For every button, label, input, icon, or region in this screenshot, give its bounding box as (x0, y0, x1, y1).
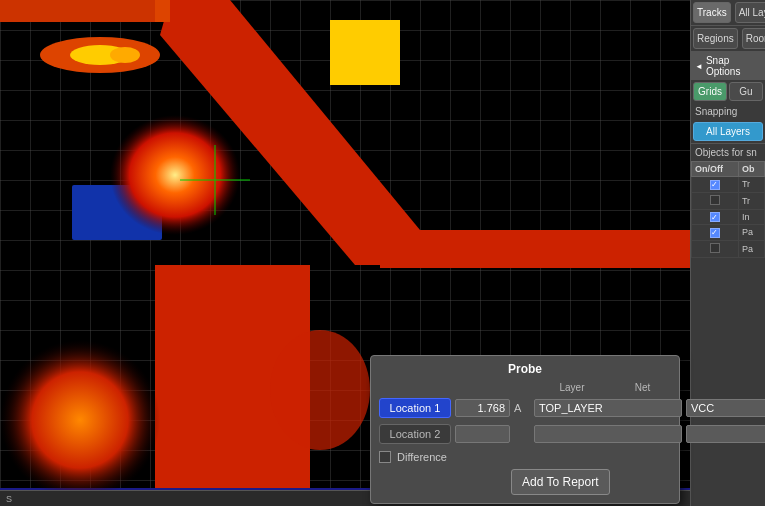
objects-checkbox-4[interactable] (692, 240, 739, 257)
difference-checkbox[interactable] (379, 451, 391, 463)
tab-rooms[interactable]: Rooms (742, 28, 765, 49)
svg-rect-7 (0, 0, 155, 22)
objects-label-1: Tr (738, 192, 764, 209)
svg-rect-13 (330, 20, 400, 85)
status-text: S (6, 494, 12, 504)
svg-point-10 (110, 115, 240, 235)
tab-tracks[interactable]: Tracks (693, 2, 731, 23)
location1-net-input[interactable] (686, 399, 765, 417)
snap-options-header: Snap Options (691, 52, 765, 80)
col-ob: Ob (738, 162, 764, 177)
location2-value-input[interactable] (455, 425, 510, 443)
location2-net-input[interactable] (686, 425, 765, 443)
location1-button[interactable]: Location 1 (379, 398, 451, 418)
objects-checkbox-0[interactable]: ✓ (692, 177, 739, 193)
gu-button[interactable]: Gu (729, 82, 763, 101)
objects-label-4: Pa (738, 240, 764, 257)
objects-table: On/Off Ob ✓TrTr✓In✓PaPa (691, 161, 765, 258)
objects-row-4: Pa (692, 240, 765, 257)
location1-layer-input[interactable] (534, 399, 682, 417)
objects-label-0: Tr (738, 177, 764, 193)
objects-label-3: Pa (738, 225, 764, 241)
top-tab-row: Tracks All Layers (691, 0, 765, 26)
objects-row-1: Tr (692, 192, 765, 209)
location2-button[interactable]: Location 2 (379, 424, 451, 444)
tab-regions[interactable]: Regions (693, 28, 738, 49)
objects-label-2: In (738, 209, 764, 225)
objects-checkbox-1[interactable] (692, 192, 739, 209)
objects-checkbox-3[interactable]: ✓ (692, 225, 739, 241)
grids-row: Grids Gu (691, 80, 765, 103)
layer-col-header: Layer (534, 382, 610, 393)
objects-header: Objects for sn (691, 143, 765, 161)
grids-button[interactable]: Grids (693, 82, 727, 101)
location1-value-input[interactable] (455, 399, 510, 417)
location1-row: Location 1 A (371, 395, 679, 421)
second-tab-row: Regions Rooms (691, 26, 765, 52)
svg-point-16 (270, 330, 370, 450)
probe-title: Probe (371, 356, 679, 380)
probe-header-row: Layer Net (371, 380, 679, 395)
svg-point-15 (0, 340, 160, 500)
objects-checkbox-2[interactable]: ✓ (692, 209, 739, 225)
svg-rect-1 (380, 230, 690, 268)
difference-label: Difference (397, 451, 447, 463)
net-col-header: Net (614, 382, 671, 393)
objects-row-2: ✓In (692, 209, 765, 225)
location2-layer-input[interactable] (534, 425, 682, 443)
location1-unit: A (514, 402, 530, 414)
objects-row-3: ✓Pa (692, 225, 765, 241)
all-layers-button[interactable]: All Layers (693, 122, 763, 141)
objects-row-0: ✓Tr (692, 177, 765, 193)
tab-all-layers[interactable]: All Layers (735, 2, 765, 23)
probe-dialog: Probe Layer Net Location 1 A Location 2 … (370, 355, 680, 504)
snapping-label: Snapping (691, 103, 765, 120)
col-on-off: On/Off (692, 162, 739, 177)
difference-row: Difference (371, 447, 679, 467)
add-to-report-button[interactable]: Add To Report (511, 469, 610, 495)
location2-row: Location 2 (371, 421, 679, 447)
svg-point-5 (110, 47, 140, 63)
